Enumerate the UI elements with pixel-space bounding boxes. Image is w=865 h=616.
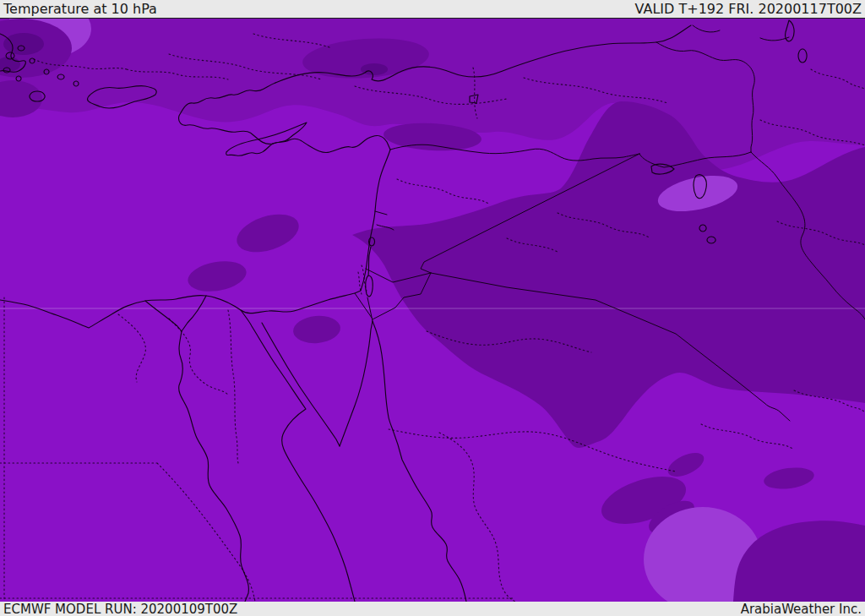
- model-run-label: ECMWF MODEL RUN: 20200109T00Z: [3, 602, 237, 616]
- credit-label: ArabiaWeather Inc.: [741, 602, 862, 616]
- weather-map-window: Temperature at 10 hPa VALID T+192 FRI. 2…: [0, 0, 865, 616]
- temperature-darkest-blob-nw: [3, 33, 44, 55]
- footer-bar: ECMWF MODEL RUN: 20200109T00Z ArabiaWeat…: [0, 602, 865, 616]
- title-bar: Temperature at 10 hPa VALID T+192 FRI. 2…: [0, 0, 865, 19]
- valid-time-label: VALID T+192 FRI. 20200117T00Z: [635, 1, 862, 17]
- weather-map-svg: [0, 19, 865, 602]
- temperature-darkest-blob-marmara: [361, 63, 388, 75]
- map-canvas: [0, 19, 865, 602]
- map-title: Temperature at 10 hPa: [3, 1, 157, 17]
